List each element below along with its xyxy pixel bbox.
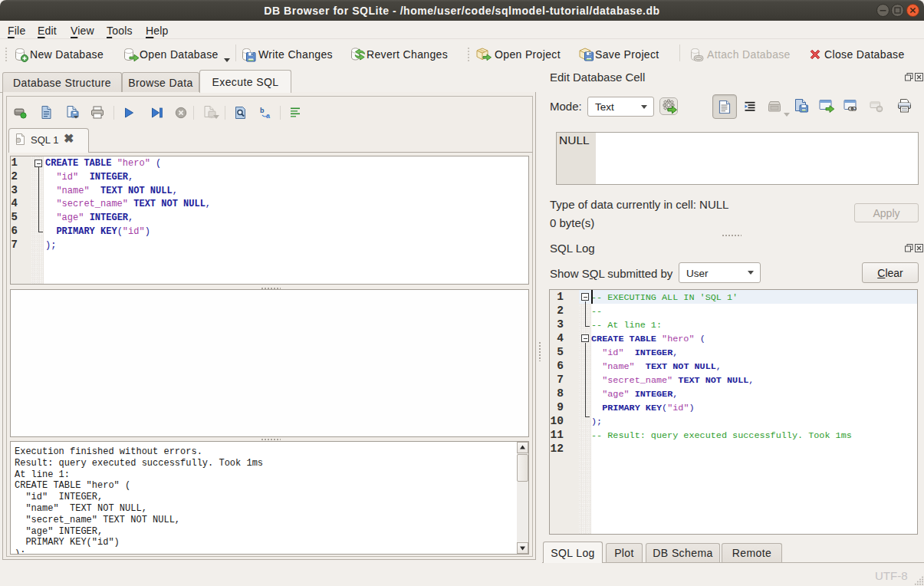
svg-text:b: b	[260, 107, 265, 114]
